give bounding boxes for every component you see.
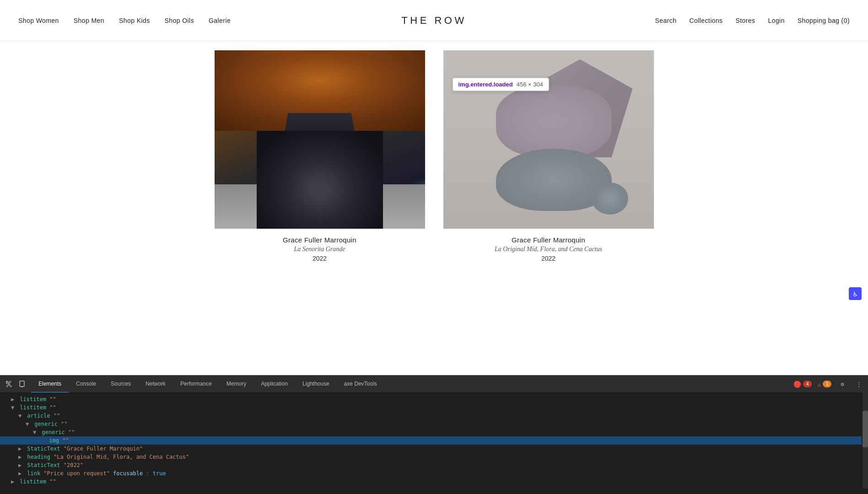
devtools-settings-icon[interactable]: ⚙	[837, 379, 848, 390]
svg-rect-2	[20, 381, 24, 387]
devtools-panel: Elements Console Sources Network Perform…	[0, 375, 868, 494]
product-image-wrap-right[interactable]	[443, 50, 654, 229]
product-card-left: Grace Fuller Marroquin La Senorita Grand…	[215, 50, 425, 262]
svg-rect-3	[21, 387, 23, 387]
nav-collections[interactable]: Collections	[689, 17, 722, 24]
product-info-right: Grace Fuller Marroquin La Original Mid, …	[443, 229, 654, 262]
devtools-toolbar-icons: 🔴 4 ⚠️ 1 ⚙ ⋮	[793, 379, 864, 390]
devtools-tab-sources[interactable]: Sources	[103, 376, 138, 393]
svg-rect-1	[6, 381, 7, 383]
nav-right: Search Collections Stores Login Shopping…	[655, 17, 850, 24]
devtools-warn-badge: 1	[823, 381, 831, 387]
nav-shop-oils[interactable]: Shop Oils	[165, 17, 194, 24]
product-artist-right: Grace Fuller Marroquin	[443, 236, 654, 244]
tree-line-9[interactable]: ▶ StaticText "2022"	[0, 461, 862, 469]
nav-shop-kids[interactable]: Shop Kids	[119, 17, 150, 24]
nav-galerie[interactable]: Galerie	[209, 17, 231, 24]
devtools-error-badge: 4	[803, 381, 812, 387]
devtools-tab-performance[interactable]: Performance	[173, 376, 219, 393]
nav-shop-men[interactable]: Shop Men	[74, 17, 104, 24]
nav-stores[interactable]: Stores	[736, 17, 755, 24]
tooltip-tag-text: img.entered.loaded	[458, 81, 513, 88]
tree-line-3[interactable]: ▼ article ""	[0, 412, 862, 420]
tree-line-7[interactable]: ▶ StaticText "Grace Fuller Marroquin"	[0, 445, 862, 453]
tooltip-size-text: 456 × 304	[517, 81, 543, 88]
devtools-scrollbar[interactable]	[863, 392, 868, 489]
devtools-device-icon[interactable]	[16, 379, 27, 390]
devtools-tab-lighthouse[interactable]: Lighthouse	[295, 376, 337, 393]
nav-left: Shop Women Shop Men Shop Kids Shop Oils …	[18, 17, 231, 24]
devtools-tab-elements[interactable]: Elements	[31, 376, 69, 393]
nav-search[interactable]: Search	[655, 17, 677, 24]
tree-line-4[interactable]: ▼ generic ""	[0, 420, 862, 428]
product-image-right	[443, 50, 654, 229]
devtools-tab-axe[interactable]: axe DevTools	[337, 376, 384, 393]
devtools-body: ▶ listitem "" ▼ listitem "" ▼ article ""…	[0, 392, 868, 489]
devtools-tab-network[interactable]: Network	[138, 376, 173, 393]
devtools-inspect-icon[interactable]	[4, 379, 15, 390]
devtools-more-icon[interactable]: ⋮	[853, 379, 864, 390]
site-header: Shop Women Shop Men Shop Kids Shop Oils …	[0, 0, 868, 41]
product-image-wrap-left[interactable]	[215, 50, 425, 229]
accessibility-icon[interactable]: ♿	[849, 287, 862, 300]
product-artist-left: Grace Fuller Marroquin	[215, 236, 425, 244]
nav-shop-women[interactable]: Shop Women	[18, 17, 59, 24]
tree-line-5[interactable]: ▼ generic ""	[0, 428, 862, 436]
product-year-left: 2022	[215, 255, 425, 262]
nav-login[interactable]: Login	[768, 17, 785, 24]
devtools-tabs-bar: Elements Console Sources Network Perform…	[0, 375, 868, 392]
tree-line-10[interactable]: ▶ link "Price upon request" focusable : …	[0, 469, 862, 478]
tree-line-11[interactable]: ▶ listitem ""	[0, 478, 862, 486]
product-title-left: La Senorita Grande	[215, 246, 425, 253]
devtools-tab-console[interactable]: Console	[69, 376, 103, 393]
image-tooltip: img.entered.loaded 456 × 304	[453, 78, 549, 91]
devtools-tab-application[interactable]: Application	[253, 376, 295, 393]
tree-line-1[interactable]: ▶ listitem ""	[0, 395, 862, 403]
devtools-scrollbar-thumb[interactable]	[863, 411, 868, 447]
product-title-right: La Original Mid, Flora, and Cena Cactus	[443, 246, 654, 253]
tree-line-img[interactable]: img ""	[0, 436, 862, 445]
product-year-right: 2022	[443, 255, 654, 262]
product-image-left	[215, 50, 425, 229]
main-content: Grace Fuller Marroquin La Senorita Grand…	[0, 41, 868, 262]
devtools-tab-memory[interactable]: Memory	[219, 376, 253, 393]
product-card-right: img.entered.loaded 456 × 304 Grace Fulle…	[443, 50, 654, 262]
nav-shopping-bag[interactable]: Shopping bag (0)	[798, 17, 850, 24]
product-info-left: Grace Fuller Marroquin La Senorita Grand…	[215, 229, 425, 262]
site-logo[interactable]: THE ROW	[401, 15, 466, 27]
tree-line-2[interactable]: ▼ listitem ""	[0, 403, 862, 412]
tree-line-8[interactable]: ▶ heading "La Original Mid, Flora, and C…	[0, 453, 862, 461]
